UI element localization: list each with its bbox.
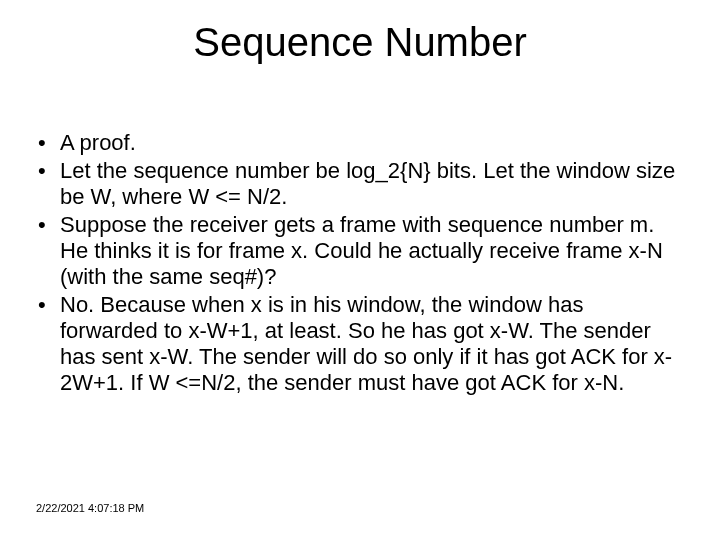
list-item: A proof.	[36, 130, 680, 156]
slide: Sequence Number A proof. Let the sequenc…	[0, 0, 720, 540]
bullet-text: Let the sequence number be log_2{N} bits…	[60, 158, 675, 209]
bullet-list: A proof. Let the sequence number be log_…	[36, 130, 680, 396]
bullet-text: No. Because when x is in his window, the…	[60, 292, 672, 395]
slide-body: A proof. Let the sequence number be log_…	[36, 130, 680, 398]
list-item: No. Because when x is in his window, the…	[36, 292, 680, 396]
footer-timestamp: 2/22/2021 4:07:18 PM	[36, 502, 144, 514]
list-item: Let the sequence number be log_2{N} bits…	[36, 158, 680, 210]
bullet-text: A proof.	[60, 130, 136, 155]
slide-title: Sequence Number	[0, 20, 720, 65]
bullet-text: Suppose the receiver gets a frame with s…	[60, 212, 663, 289]
list-item: Suppose the receiver gets a frame with s…	[36, 212, 680, 290]
